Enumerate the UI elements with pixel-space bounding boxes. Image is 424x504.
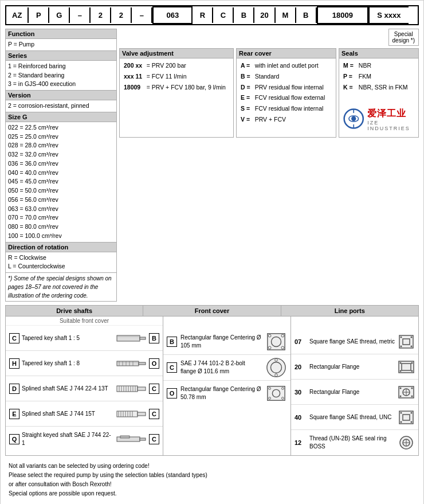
shaft-icon-e [116, 408, 147, 420]
valve-header: Valve adjustment [120, 49, 233, 58]
function-header: Function [6, 29, 116, 39]
drive-letter-h: H [9, 358, 19, 369]
code-18009: 18009 [317, 6, 368, 24]
rear-desc-a: with inlet and outlet port [254, 60, 333, 71]
seal-code-m: M = [342, 60, 358, 71]
flange-icon-o [265, 383, 287, 404]
code-sxxxx: S xxxx [368, 6, 409, 24]
rear-code-v: V = [240, 114, 254, 125]
rear-row-a: A = with inlet and outlet port [240, 60, 333, 71]
drive-letter-d: D [9, 384, 19, 394]
size-045: 045 = 45.0 cm³/rev [8, 177, 114, 186]
size-025: 025 = 25.0 cm³/rev [8, 132, 114, 142]
size-028: 028 = 28.0 cm³/rev [8, 141, 114, 150]
svg-point-58 [411, 345, 413, 347]
valve-row-18009: 18009 = PRV + FCV 180 bar, 9 l/min [123, 82, 230, 93]
svg-point-61 [400, 362, 402, 364]
svg-rect-4 [117, 335, 140, 341]
code-az: AZ [6, 7, 29, 23]
drive-letter-q: Q [9, 434, 19, 444]
code-20: 20 [254, 7, 275, 23]
rear-desc-e: FCV residual flow external [254, 92, 333, 103]
valve-row-200: 200 xx = PRV 200 bar [123, 60, 230, 71]
drive-shafts-col: Suitable front cover C Tapered key shaft… [6, 317, 163, 455]
svg-rect-35 [140, 438, 146, 440]
seals-header: Seals [339, 49, 418, 58]
drive-desc-q: Straight keyed shaft SAE J 744 22-1 [22, 431, 113, 447]
header-front-cover: Front cover [143, 306, 281, 316]
port-icon-40 [398, 409, 415, 425]
port-icon-20 [398, 359, 415, 375]
port-icon-30 [398, 384, 415, 400]
logo-area: 爱泽工业 IZE INDUSTRIES [339, 100, 418, 137]
size-056: 056 = 56.0 cm³/rev [8, 196, 114, 205]
front-letter-c: C [167, 362, 177, 373]
line-desc-07: Square flange SAE thread, metric [309, 338, 395, 346]
front-desc-b: Rectangular flange Centering Ø 105 mm [180, 334, 262, 350]
svg-rect-47 [268, 386, 285, 401]
svg-rect-8 [139, 362, 146, 365]
special-design-box: Special design *) [388, 29, 419, 46]
rear-desc-v: PRV + FCV [254, 114, 333, 125]
code-b: B [234, 7, 254, 23]
code-bar: AZ P G – 2 2 – 063 R C B 20 M B 18009 S … [5, 5, 419, 25]
rear-code-s: S = [240, 103, 254, 114]
shaft-icon-d [116, 382, 147, 395]
suitable-b: B [149, 333, 159, 343]
front-letter-b: B [167, 337, 177, 347]
port-icon-07 [398, 334, 415, 350]
footnote-line1: Not all variants can be selected by usin… [9, 462, 415, 471]
drive-letter-c: C [9, 333, 19, 343]
drive-desc-d: Splined shaft SAE J 744 22-4 13T [22, 385, 113, 393]
line-num-20: 20 [295, 364, 307, 370]
svg-point-78 [411, 421, 413, 423]
valve-desc-18009: = PRV + FCV 180 bar, 9 l/min [146, 82, 230, 93]
svg-rect-36 [120, 436, 129, 438]
line-row-07: 07 Square flange SAE thread, metric [291, 329, 418, 354]
logo-chinese: 爱泽工业 [367, 108, 414, 120]
line-ports-col: 07 Square flange SAE thread, metric 20 R… [291, 317, 418, 455]
left-footnote-text: *) Some of the special designs shown on … [8, 274, 114, 300]
series-item-3: 3 = in GJS-400 execution [8, 80, 114, 89]
main-container: AZ P G – 2 2 – 063 R C B 20 M B 18009 S … [0, 0, 424, 504]
rear-header: Rear cover [237, 49, 336, 58]
suitable-c2: C [149, 409, 159, 419]
version-header: Version [6, 91, 116, 100]
front-row-c: C SAE J 744 101-2 B 2-bolt flange Ø 101.… [163, 355, 290, 381]
svg-rect-7 [117, 361, 139, 366]
logo-svg [343, 106, 364, 131]
svg-rect-5 [140, 337, 146, 339]
rear-row-v: V = PRV + FCV [240, 114, 333, 125]
valve-row-xxx: xxx 11 = FCV 11 l/min [123, 71, 230, 82]
size-036: 036 = 36.0 cm³/rev [8, 159, 114, 169]
valve-code-xxx: xxx 11 [123, 71, 146, 82]
code-2a: 2 [91, 7, 111, 23]
right-panel: Special design *) Valve adjustment 200 x… [119, 29, 419, 302]
svg-rect-25 [117, 411, 138, 417]
valve-desc-xxx: = FCV 11 l/min [146, 71, 230, 82]
direction-r: R = Clockwise [8, 253, 114, 263]
suitable-label: Suitable front cover [6, 317, 163, 326]
code-r: R [193, 7, 213, 23]
shaft-icon-q [116, 433, 147, 446]
valve-adjustment-panel: Valve adjustment 200 xx = PRV 200 bar xx… [119, 48, 234, 138]
seal-row-k: K = NBR, SSR in FKM [342, 82, 415, 93]
rear-code-e: E = [240, 92, 254, 103]
svg-point-71 [400, 395, 402, 397]
size-063: 063 = 63.0 cm³/rev [8, 205, 114, 214]
bottom-section: Drive shafts Front cover Line ports Suit… [5, 305, 419, 456]
line-row-30: 30 Rectangular Flange [291, 380, 418, 405]
right-panels-row: Valve adjustment 200 xx = PRV 200 bar xx… [119, 48, 419, 138]
bottom-content: Suitable front cover C Tapered key shaft… [6, 317, 418, 455]
size-050: 050 = 50.0 cm³/rev [8, 186, 114, 196]
front-desc-c: SAE J 744 101-2 B 2-bolt flange Ø 101.6 … [180, 360, 262, 376]
special-line2: design *) [392, 37, 415, 44]
footnotes: Not all variants can be selected by usin… [5, 459, 419, 501]
shaft-icon-c [116, 332, 147, 345]
svg-point-77 [401, 421, 402, 423]
suitable-c1: C [149, 384, 159, 394]
flange-icon-c [265, 357, 287, 378]
size-022: 022 = 22.5 cm³/rev [8, 123, 114, 132]
rear-desc-s: FCV residual flow internal [254, 103, 333, 114]
series-header: Series [6, 51, 116, 61]
